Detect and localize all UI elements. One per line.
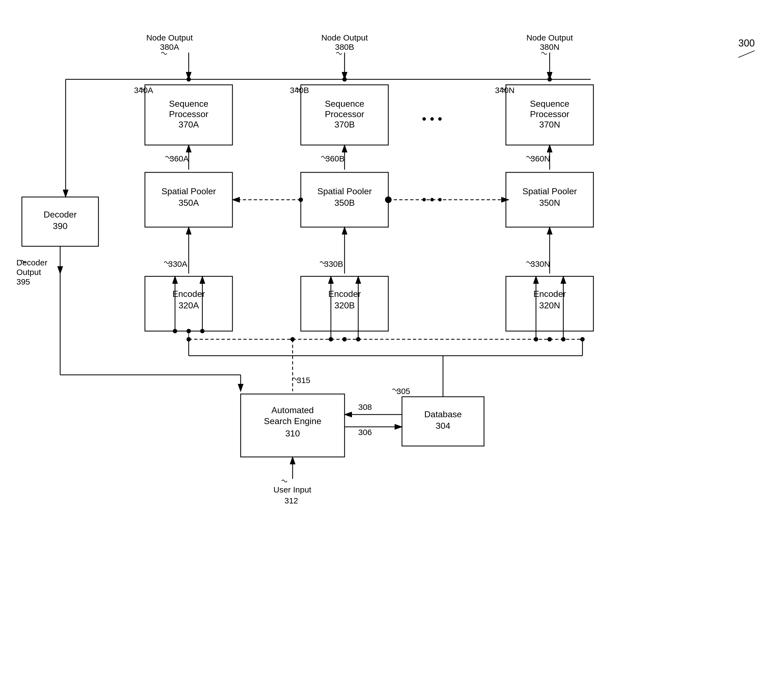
svg-point-36 — [329, 337, 333, 342]
svg-point-38 — [356, 337, 361, 342]
decoder-num: 390 — [53, 221, 67, 231]
figure-number: 300 — [738, 38, 755, 49]
node-output-ref-n: 380N — [540, 43, 560, 51]
ref-330b: 330B — [324, 259, 343, 269]
decoder-output-label2: Output — [16, 267, 41, 277]
svg-point-40 — [200, 329, 204, 333]
ref-305: 305 — [397, 387, 410, 396]
seq-proc-b-label2: Processor — [325, 109, 364, 119]
sp-a-num: 350A — [179, 198, 199, 208]
svg-point-15 — [299, 198, 303, 202]
seq-proc-a-label2: Processor — [169, 109, 208, 119]
seq-proc-n-label2: Processor — [530, 109, 569, 119]
node-output-label-b: Node Output — [321, 33, 368, 42]
svg-point-34 — [173, 329, 177, 333]
svg-line-3 — [738, 51, 755, 58]
sp-n-label: Spatial Pooler — [522, 186, 577, 196]
ref-360b: 360B — [325, 154, 344, 163]
ref-360n: 360N — [530, 154, 550, 163]
decoder-output-num: 395 — [16, 277, 30, 286]
sp-a-label: Spatial Pooler — [161, 186, 216, 196]
enc-b-label: Encoder — [328, 289, 361, 299]
svg-point-42 — [534, 337, 538, 342]
enc-b-num: 320B — [334, 300, 355, 310]
ref-360a: 360A — [170, 154, 189, 163]
svg-point-44 — [561, 337, 565, 342]
enc-a-num: 320A — [179, 300, 199, 310]
seq-proc-a-num: 370A — [179, 120, 199, 129]
seq-proc-n-num: 370N — [539, 120, 560, 129]
svg-point-30 — [547, 337, 552, 342]
ref-330a: 330A — [168, 259, 187, 269]
svg-point-29 — [343, 337, 347, 342]
sp-b-label: Spatial Pooler — [317, 186, 372, 196]
enc-a-label: Encoder — [172, 289, 205, 299]
enc-n-label: Encoder — [533, 289, 566, 299]
search-engine-label: Automated — [272, 405, 314, 415]
svg-point-8 — [186, 77, 191, 81]
user-input-label: User Input — [273, 485, 311, 494]
svg-point-53 — [580, 337, 585, 342]
seq-proc-a-label: Sequence — [169, 99, 208, 109]
seq-proc-b-num: 370B — [334, 120, 355, 129]
search-engine-num: 310 — [285, 429, 300, 438]
database-num: 304 — [436, 421, 450, 431]
svg-point-9 — [343, 77, 347, 81]
dots-seq: • • • — [422, 112, 442, 126]
database-label: Database — [424, 409, 462, 419]
ref-308: 308 — [358, 403, 372, 411]
node-output-ref-b: 380B — [335, 43, 354, 51]
ref-330n: 330N — [530, 259, 550, 269]
ref-306: 306 — [358, 428, 372, 437]
node-output-label-n: Node Output — [526, 33, 573, 42]
seq-proc-b-label: Sequence — [325, 99, 364, 109]
sp-n-num: 350N — [539, 198, 560, 208]
sp-b-num: 350B — [334, 198, 355, 208]
decoder-output-label: Decoder — [16, 258, 47, 267]
node-output-label-a: Node Output — [146, 33, 193, 42]
svg-point-10 — [547, 77, 552, 81]
seq-proc-n-label: Sequence — [530, 99, 569, 109]
svg-point-27 — [186, 329, 191, 333]
decoder-label: Decoder — [44, 210, 77, 219]
enc-n-num: 320N — [539, 300, 560, 310]
ref-315: 315 — [297, 376, 310, 385]
search-engine-label2: Search Engine — [264, 416, 321, 426]
user-input-num: 312 — [284, 496, 298, 505]
svg-point-46 — [290, 337, 295, 342]
node-output-ref-a: 380A — [160, 43, 179, 51]
